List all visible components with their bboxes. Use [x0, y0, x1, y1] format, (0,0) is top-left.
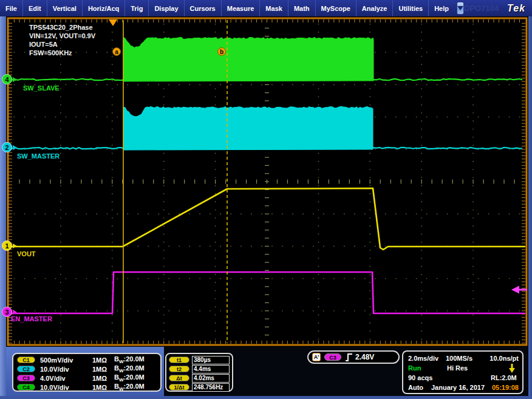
- ch2-number: 2: [5, 144, 9, 151]
- c2-impedance: 1MΩ: [92, 366, 114, 373]
- window-border-bottom: [0, 396, 532, 399]
- cursor-t1-row[interactable]: t1 380µs: [169, 355, 231, 364]
- ch1-number: 1: [5, 242, 9, 250]
- c2-badge: C2: [17, 366, 35, 372]
- acquisition-readout-box: 2.0ms/div 100MS/s 10.0ns/pt Run Hi Res 9…: [402, 350, 523, 394]
- cursor-t2-row[interactable]: t2 4.4ms: [169, 364, 231, 373]
- t2-badge: t2: [169, 366, 189, 372]
- c1-impedance: 1MΩ: [92, 356, 114, 364]
- acq-mode: Hi Res: [447, 364, 468, 372]
- date-value: January 16, 2017: [431, 384, 485, 391]
- ch2-readout-row[interactable]: C2 10.0V/div 1MΩ BW:20.0M: [17, 364, 160, 373]
- window-border-left: [0, 16, 6, 396]
- channel-readout-box: C1 500mV/div 1MΩ BW:20.0M C2 10.0V/div 1…: [12, 353, 162, 392]
- annotation-line: IOUT=5A: [29, 40, 95, 49]
- c2-bandwidth: BW:20.0M: [114, 364, 145, 373]
- c4-bandwidth: BW:20.0M: [114, 383, 145, 392]
- c1-badge: C1: [17, 356, 35, 363]
- run-status: Run: [408, 364, 447, 372]
- chevron-down-icon: [457, 6, 463, 10]
- cursor-b-badge[interactable]: b: [217, 47, 226, 56]
- trigger-source-badge: C3: [324, 353, 341, 361]
- menu-cursors[interactable]: Cursors: [185, 0, 222, 16]
- menu-math[interactable]: Math: [288, 0, 316, 16]
- ch4-number: 4: [5, 76, 9, 83]
- menu-horiz-acq[interactable]: Horiz/Acq: [83, 0, 125, 16]
- ch3-position-marker[interactable]: 3: [2, 307, 12, 317]
- menu-bar: File Edit Vertical Horiz/Acq Trig Displa…: [0, 0, 532, 16]
- c3-scale: 4.0V/div: [40, 375, 92, 382]
- sample-rate-value: 100MS/s: [446, 355, 486, 362]
- menu-trig[interactable]: Trig: [125, 0, 149, 16]
- ch2-label: SW_MASTER: [17, 152, 60, 160]
- timebase-value: 2.0ms/div: [408, 355, 446, 362]
- trigger-readout-box[interactable]: A' C3 2.48V: [307, 350, 400, 364]
- window-border-right: [528, 16, 532, 396]
- acq-count: 90 acqs: [408, 374, 475, 381]
- titlebar-right: DPO7104 Tek: [464, 0, 532, 16]
- dt-value: 4.02ms: [192, 374, 230, 383]
- ch4-label: SW_SLAVE: [23, 84, 60, 92]
- ch3-readout-row[interactable]: C3 4.0V/div 1MΩ BW:20.0M: [17, 373, 160, 383]
- menu-analyze[interactable]: Analyze: [356, 0, 394, 16]
- time-value: 05:19:08: [492, 384, 519, 391]
- menu-display[interactable]: Display: [149, 0, 184, 16]
- annotation-text: TPS543C20_2Phase VIN=12V, VOUT=0.9V IOUT…: [29, 23, 95, 57]
- cursor-readout-box: t1 380µs t2 4.4ms Δt 4.02ms 1/Δt 248.756…: [165, 353, 233, 392]
- c3-badge: C3: [17, 375, 35, 381]
- resolution-value: 10.0ns/pt: [489, 355, 519, 362]
- t2-value: 4.4ms: [192, 365, 230, 373]
- inv-dt-badge: 1/Δt: [169, 384, 189, 390]
- annotation-line: VIN=12V, VOUT=0.9V: [29, 32, 95, 40]
- ch2-arrow-icon: [13, 145, 17, 150]
- readout-bar: C1 500mV/div 1MΩ BW:20.0M C2 10.0V/div 1…: [6, 347, 527, 396]
- ch3-label: EN_MASTER: [11, 315, 52, 322]
- menu-utilities[interactable]: Utilities: [393, 0, 429, 16]
- menu-file[interactable]: File: [0, 0, 23, 16]
- trigger-a-badge: A': [312, 353, 321, 361]
- c1-bandwidth: BW:20.0M: [114, 355, 145, 364]
- trigger-level-value: 2.48V: [355, 353, 374, 361]
- ch1-position-marker[interactable]: 1: [2, 240, 12, 251]
- menu-vertical[interactable]: Vertical: [47, 0, 83, 16]
- menu-myscope[interactable]: MyScope: [316, 0, 356, 16]
- c4-badge: C4: [17, 384, 35, 390]
- t1-value: 380µs: [192, 356, 230, 364]
- tek-logo: Tek: [507, 3, 525, 14]
- model-number: DPO7104: [464, 4, 499, 13]
- menu-mask[interactable]: Mask: [260, 0, 288, 16]
- annotation-line: FSW=500KHz: [29, 49, 95, 57]
- c3-impedance: 1MΩ: [92, 375, 114, 382]
- ch4-arrow-icon: [13, 77, 17, 82]
- c3-bandwidth: BW:20.0M: [114, 373, 145, 383]
- c4-impedance: 1MΩ: [92, 384, 114, 391]
- inv-dt-value: 248.756Hz: [192, 383, 230, 392]
- rising-edge-icon: [345, 353, 353, 362]
- ch1-readout-row[interactable]: C1 500mV/div 1MΩ BW:20.0M: [17, 355, 160, 364]
- cursor-a-badge[interactable]: a: [112, 47, 121, 56]
- ch4-position-marker[interactable]: 4: [2, 74, 12, 84]
- waveform-display: [6, 16, 527, 347]
- dt-badge: Δt: [169, 375, 189, 381]
- trigger-mode: Auto: [408, 384, 431, 391]
- cursor-dt-row[interactable]: Δt 4.02ms: [169, 373, 231, 383]
- ch1-arrow-icon: [13, 244, 17, 248]
- ch2-position-marker[interactable]: 2: [2, 142, 12, 152]
- record-length: RL:2.0M: [491, 374, 517, 381]
- ch4-readout-row[interactable]: C4 10.0V/div 1MΩ BW:20.0M: [17, 383, 160, 392]
- cursor-inv-dt-row[interactable]: 1/Δt 248.756Hz: [169, 383, 231, 392]
- menu-edit[interactable]: Edit: [23, 0, 47, 16]
- annotation-line: TPS543C20_2Phase: [29, 23, 95, 32]
- ch3-number: 3: [5, 309, 9, 316]
- t1-badge: t1: [169, 356, 189, 363]
- menu-measure[interactable]: Measure: [222, 0, 261, 16]
- c2-scale: 10.0V/div: [40, 366, 92, 373]
- c1-scale: 500mV/div: [40, 356, 92, 364]
- menu-dropdown-button[interactable]: [457, 2, 464, 15]
- ch3-arrow-icon: [13, 310, 17, 315]
- ch1-label: VOUT: [17, 250, 36, 257]
- menu-help[interactable]: Help: [429, 0, 454, 16]
- c4-scale: 10.0V/div: [40, 384, 92, 391]
- down-arrow-icon: [509, 364, 515, 373]
